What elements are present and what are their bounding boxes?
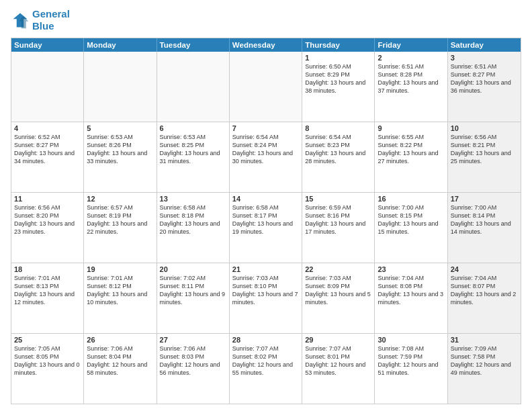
calendar-cell: 27Sunrise: 7:06 AM Sunset: 8:03 PM Dayli… (157, 334, 230, 404)
day-info: Sunrise: 7:01 AM Sunset: 8:13 PM Dayligh… (14, 274, 81, 307)
day-number: 24 (451, 265, 518, 273)
calendar-cell: 12Sunrise: 6:57 AM Sunset: 8:19 PM Dayli… (84, 193, 157, 263)
calendar-cell: 13Sunrise: 6:58 AM Sunset: 8:18 PM Dayli… (157, 193, 230, 263)
day-info: Sunrise: 6:59 AM Sunset: 8:16 PM Dayligh… (305, 203, 371, 236)
day-info: Sunrise: 7:00 AM Sunset: 8:15 PM Dayligh… (378, 203, 444, 236)
calendar-cell (11, 52, 84, 122)
calendar-cell: 5Sunrise: 6:53 AM Sunset: 8:26 PM Daylig… (84, 122, 157, 192)
calendar-cell: 1Sunrise: 6:50 AM Sunset: 8:29 PM Daylig… (302, 52, 375, 122)
calendar-cell: 25Sunrise: 7:05 AM Sunset: 8:05 PM Dayli… (11, 334, 84, 404)
day-info: Sunrise: 7:07 AM Sunset: 8:02 PM Dayligh… (232, 345, 299, 377)
calendar-cell: 15Sunrise: 6:59 AM Sunset: 8:16 PM Dayli… (302, 193, 375, 263)
day-info: Sunrise: 7:04 AM Sunset: 8:07 PM Dayligh… (451, 274, 518, 307)
calendar-body: 1Sunrise: 6:50 AM Sunset: 8:29 PM Daylig… (11, 52, 521, 404)
day-info: Sunrise: 6:53 AM Sunset: 8:26 PM Dayligh… (87, 133, 153, 166)
day-info: Sunrise: 7:04 AM Sunset: 8:08 PM Dayligh… (378, 274, 444, 307)
weekday-header: Sunday (11, 38, 84, 52)
day-number: 1 (305, 54, 371, 62)
day-number: 27 (160, 336, 226, 344)
calendar-week-row: 4Sunrise: 6:52 AM Sunset: 8:27 PM Daylig… (11, 122, 521, 192)
day-info: Sunrise: 6:58 AM Sunset: 8:18 PM Dayligh… (160, 203, 226, 236)
day-info: Sunrise: 6:52 AM Sunset: 8:27 PM Dayligh… (14, 133, 81, 166)
calendar-week-row: 25Sunrise: 7:05 AM Sunset: 8:05 PM Dayli… (11, 333, 521, 404)
calendar-cell: 21Sunrise: 7:03 AM Sunset: 8:10 PM Dayli… (230, 263, 302, 333)
day-info: Sunrise: 6:56 AM Sunset: 8:20 PM Dayligh… (14, 203, 81, 236)
calendar-cell: 11Sunrise: 6:56 AM Sunset: 8:20 PM Dayli… (11, 193, 84, 263)
calendar-cell: 22Sunrise: 7:03 AM Sunset: 8:09 PM Dayli… (302, 263, 375, 333)
day-number: 17 (451, 195, 518, 203)
weekday-header: Monday (84, 38, 157, 52)
calendar-cell: 16Sunrise: 7:00 AM Sunset: 8:15 PM Dayli… (375, 193, 447, 263)
logo-text: General Blue (32, 8, 70, 32)
day-info: Sunrise: 7:03 AM Sunset: 8:09 PM Dayligh… (305, 274, 371, 307)
day-number: 25 (14, 336, 81, 344)
day-number: 18 (14, 265, 81, 273)
calendar-cell: 14Sunrise: 6:58 AM Sunset: 8:17 PM Dayli… (230, 193, 302, 263)
day-number: 23 (378, 265, 444, 273)
day-number: 28 (232, 336, 299, 344)
day-info: Sunrise: 6:53 AM Sunset: 8:25 PM Dayligh… (160, 133, 226, 166)
day-info: Sunrise: 7:02 AM Sunset: 8:11 PM Dayligh… (160, 274, 226, 307)
day-number: 21 (232, 265, 299, 273)
calendar-cell: 29Sunrise: 7:07 AM Sunset: 8:01 PM Dayli… (302, 334, 375, 404)
calendar-cell: 30Sunrise: 7:08 AM Sunset: 7:59 PM Dayli… (375, 334, 447, 404)
weekday-header: Saturday (448, 38, 521, 52)
calendar-cell: 19Sunrise: 7:01 AM Sunset: 8:12 PM Dayli… (84, 263, 157, 333)
calendar-cell: 26Sunrise: 7:06 AM Sunset: 8:04 PM Dayli… (84, 334, 157, 404)
calendar-week-row: 1Sunrise: 6:50 AM Sunset: 8:29 PM Daylig… (11, 52, 521, 122)
day-info: Sunrise: 6:55 AM Sunset: 8:22 PM Dayligh… (378, 133, 444, 166)
day-info: Sunrise: 7:07 AM Sunset: 8:01 PM Dayligh… (305, 345, 371, 377)
calendar-cell: 6Sunrise: 6:53 AM Sunset: 8:25 PM Daylig… (157, 122, 230, 192)
page: General Blue SundayMondayTuesdayWednesda… (0, 0, 532, 411)
logo-icon (11, 11, 30, 30)
calendar-week-row: 11Sunrise: 6:56 AM Sunset: 8:20 PM Dayli… (11, 192, 521, 263)
day-number: 6 (160, 124, 226, 132)
header: General Blue (11, 8, 521, 32)
weekday-header: Thursday (302, 38, 375, 52)
day-number: 19 (87, 265, 153, 273)
calendar-cell: 3Sunrise: 6:51 AM Sunset: 8:27 PM Daylig… (448, 52, 521, 122)
calendar-cell: 8Sunrise: 6:54 AM Sunset: 8:23 PM Daylig… (302, 122, 375, 192)
weekday-header: Tuesday (157, 38, 230, 52)
day-number: 3 (451, 54, 518, 62)
day-number: 13 (160, 195, 226, 203)
calendar-cell: 2Sunrise: 6:51 AM Sunset: 8:28 PM Daylig… (375, 52, 447, 122)
day-number: 26 (87, 336, 153, 344)
calendar-week-row: 18Sunrise: 7:01 AM Sunset: 8:13 PM Dayli… (11, 263, 521, 333)
day-info: Sunrise: 7:00 AM Sunset: 8:14 PM Dayligh… (451, 203, 518, 236)
logo: General Blue (11, 8, 70, 32)
calendar-cell: 31Sunrise: 7:09 AM Sunset: 7:58 PM Dayli… (448, 334, 521, 404)
day-number: 5 (87, 124, 153, 132)
day-info: Sunrise: 7:09 AM Sunset: 7:58 PM Dayligh… (451, 345, 518, 377)
day-info: Sunrise: 7:01 AM Sunset: 8:12 PM Dayligh… (87, 274, 153, 307)
calendar-cell (157, 52, 230, 122)
day-info: Sunrise: 7:05 AM Sunset: 8:05 PM Dayligh… (14, 345, 81, 377)
calendar-cell: 23Sunrise: 7:04 AM Sunset: 8:08 PM Dayli… (375, 263, 447, 333)
day-info: Sunrise: 7:06 AM Sunset: 8:03 PM Dayligh… (160, 345, 226, 377)
calendar-cell: 10Sunrise: 6:56 AM Sunset: 8:21 PM Dayli… (448, 122, 521, 192)
day-number: 12 (87, 195, 153, 203)
day-info: Sunrise: 6:57 AM Sunset: 8:19 PM Dayligh… (87, 203, 153, 236)
day-info: Sunrise: 6:50 AM Sunset: 8:29 PM Dayligh… (305, 62, 371, 95)
day-number: 20 (160, 265, 226, 273)
day-info: Sunrise: 6:54 AM Sunset: 8:24 PM Dayligh… (232, 133, 299, 166)
calendar-cell: 7Sunrise: 6:54 AM Sunset: 8:24 PM Daylig… (230, 122, 302, 192)
day-number: 7 (232, 124, 299, 132)
calendar-cell (84, 52, 157, 122)
calendar-cell: 18Sunrise: 7:01 AM Sunset: 8:13 PM Dayli… (11, 263, 84, 333)
calendar-cell (230, 52, 302, 122)
day-info: Sunrise: 6:58 AM Sunset: 8:17 PM Dayligh… (232, 203, 299, 236)
day-number: 9 (378, 124, 444, 132)
day-info: Sunrise: 6:51 AM Sunset: 8:28 PM Dayligh… (378, 62, 444, 95)
weekday-header: Friday (375, 38, 447, 52)
day-info: Sunrise: 7:03 AM Sunset: 8:10 PM Dayligh… (232, 274, 299, 307)
day-number: 14 (232, 195, 299, 203)
day-number: 4 (14, 124, 81, 132)
day-info: Sunrise: 6:56 AM Sunset: 8:21 PM Dayligh… (451, 133, 518, 166)
day-number: 29 (305, 336, 371, 344)
day-number: 16 (378, 195, 444, 203)
day-number: 8 (305, 124, 371, 132)
day-number: 11 (14, 195, 81, 203)
day-info: Sunrise: 7:06 AM Sunset: 8:04 PM Dayligh… (87, 345, 153, 377)
day-number: 15 (305, 195, 371, 203)
